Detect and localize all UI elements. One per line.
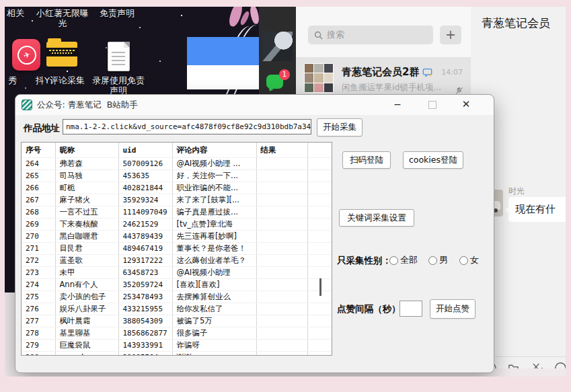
window-titlebar[interactable]: 公众号: 青葱笔记 B站助手 − ✕ <box>15 95 494 115</box>
table-cell: 269 <box>22 219 55 231</box>
table-cell <box>256 279 307 291</box>
table-cell <box>256 219 307 231</box>
table-cell: 先三连再看[妙啊] <box>172 231 256 243</box>
table-cell <box>256 194 307 206</box>
radio-icon[interactable] <box>459 256 468 265</box>
table-cell: 目艮君 <box>55 243 118 255</box>
table-row[interactable]: 277枫叶晨霜388054309被骗了5万 <box>22 315 332 327</box>
table-cell: 279 <box>22 340 55 352</box>
table-cell: 433215955 <box>118 303 172 315</box>
table-cell <box>307 315 332 327</box>
table-cell: 129317222 <box>118 255 172 267</box>
table-row[interactable]: 274Ann有个人352059724[喜欢][喜欢] <box>22 279 332 291</box>
table-row[interactable]: 276娱乐八卦果子433215955给你发私信了 <box>22 303 332 315</box>
folder-banner <box>46 48 77 56</box>
table-row[interactable]: 280qqrock29085504谢谢 <box>22 352 332 356</box>
video-call-thumbnail[interactable] <box>262 32 293 61</box>
table-cell <box>256 340 307 352</box>
table-cell: 278 <box>22 327 55 340</box>
gender-option-all[interactable]: 全部 <box>389 254 418 266</box>
desktop-icon-label-xiaohongshu[interactable]: 小红薯无限曝光 <box>35 8 90 28</box>
send-file-folder-icon[interactable] <box>507 362 520 368</box>
desktop-icon-label-mianze[interactable]: 免责声明 <box>100 8 135 18</box>
table-cell <box>256 206 307 219</box>
search-icon <box>314 31 323 40</box>
table-scrollbar-thumb[interactable] <box>319 278 321 296</box>
gender-filter-label: 只采集性别： <box>337 255 391 267</box>
desktop-icon-label-luping[interactable]: 录屏使用免责 声明 <box>91 75 146 95</box>
table-cell: 给你发私信了 <box>172 303 256 315</box>
table-row[interactable]: 265司马独453635好，关注你一下... <box>22 170 332 182</box>
table-cell: 下来奏核酸 <box>55 219 118 231</box>
table-row[interactable]: 273未甲63458723@AI视频小助理 <box>22 267 332 279</box>
desktop-icon-label-xiu[interactable]: 秀 <box>5 75 26 85</box>
table-row[interactable]: 269下来奏核酸24621529[tv_点赞]章北海 <box>22 219 332 231</box>
table-row[interactable]: 268一言不过五1114097049骗子真是雁过拔... <box>22 206 332 219</box>
table-cell: @AI视频小助理 ... <box>172 158 256 170</box>
chat-timestamp: 14:07 <box>441 68 463 77</box>
message-sender-name: 时光 <box>508 186 525 197</box>
radio-icon[interactable] <box>428 256 437 265</box>
like-interval-input[interactable] <box>399 301 422 317</box>
keyword-settings-button[interactable]: 关键词采集设置 <box>339 209 414 227</box>
table-cell: 1856862877 <box>118 327 172 340</box>
column-header: 昵称 <box>55 143 118 158</box>
table-row[interactable]: 270黑白咖喱君443789439先三连再看[妙啊] <box>22 231 332 243</box>
minimize-button[interactable]: − <box>385 96 410 113</box>
table-cell: 274 <box>22 279 55 291</box>
table-cell <box>307 182 332 194</box>
table-cell: 董事长？是你老爸！ <box>172 243 256 255</box>
table-row[interactable]: 267麻子猪火35929324来了来了[鼓掌][... <box>22 194 332 206</box>
search-input[interactable]: 搜索 <box>308 26 433 44</box>
table-row[interactable]: 278基里聊基1856862877很多骗子 <box>22 327 332 340</box>
chat-history-icon[interactable] <box>554 362 566 368</box>
table-cell <box>256 267 307 279</box>
maximize-button[interactable] <box>420 96 445 113</box>
red-app-icon[interactable]: ✈ <box>12 39 40 71</box>
column-header <box>307 143 332 158</box>
start-like-button[interactable]: 开始点赞 <box>430 299 475 319</box>
table-cell: 270 <box>22 231 55 243</box>
desktop-icon-label-douy[interactable]: 抖Y评论采集 <box>32 75 89 85</box>
table-cell: [喜欢][喜欢] <box>172 279 256 291</box>
unread-count-badge: 1 <box>279 69 290 80</box>
comments-table[interactable]: 序号昵称uid评论内容结果 264弗若森507009126@AI视频小助理 ..… <box>21 142 332 356</box>
table-cell: 253478493 <box>118 291 172 303</box>
table-row[interactable]: 272蓝圣歌129317222这么薅创业者羊毛？ <box>22 255 332 267</box>
table-cell: 司马独 <box>55 170 118 182</box>
add-chat-button[interactable]: + <box>440 26 461 44</box>
table-row[interactable]: 266町栀402821844职业诈骗的不能... <box>22 182 332 194</box>
close-button[interactable]: ✕ <box>454 96 478 113</box>
ongoing-call-icon <box>422 67 432 80</box>
table-cell: 280 <box>22 352 55 356</box>
table-cell <box>307 303 332 315</box>
chat-messages-icon[interactable]: 1 <box>266 75 283 89</box>
screenshot-scissors-icon[interactable] <box>530 362 544 368</box>
table-cell: 443789439 <box>118 231 172 243</box>
radio-icon[interactable] <box>389 256 398 265</box>
window-title: 公众号: 青葱笔记 B站助手 <box>37 100 138 111</box>
table-cell <box>256 315 307 327</box>
table-cell: 63458723 <box>118 267 172 279</box>
table-cell <box>307 352 332 356</box>
table-cell: 388054309 <box>118 315 172 327</box>
cookies-login-button[interactable]: cookies登陆 <box>403 151 463 169</box>
douy-comment-folder-icon[interactable] <box>46 42 77 67</box>
scan-login-button[interactable]: 扫码登陆 <box>342 151 391 169</box>
start-collect-button[interactable]: 开始采集 <box>317 118 363 136</box>
table-row[interactable]: 279巨魔袋鼠143933991诈骗呀 <box>22 340 332 352</box>
table-row[interactable]: 271目艮君489467419董事长？是你老爸！ <box>22 243 332 255</box>
gender-option-male[interactable]: 男 <box>428 254 448 266</box>
document-icon[interactable] <box>108 42 130 71</box>
gender-option-female[interactable]: 女 <box>459 254 479 266</box>
table-cell: 诈骗呀 <box>172 340 256 352</box>
chat-list-item[interactable]: 青葱笔记会员2群 14:07 闲鱼搬运苹果id锁手机项... <box>296 57 471 99</box>
table-cell: 352059724 <box>118 279 172 291</box>
chat-group-name: 青葱笔记会员2群 <box>342 66 432 80</box>
desktop-icon-label-xiangguan[interactable]: 相关 <box>7 8 24 18</box>
url-input[interactable]: nma.1-2-2.click&vd_source=afc4878f09cf8e… <box>63 119 311 134</box>
table-row[interactable]: 275卖小孩的包子253478493去摆摊算创业么 <box>22 291 332 303</box>
stars-decoration <box>5 7 6 8</box>
table-row[interactable]: 264弗若森507009126@AI视频小助理 ... <box>22 158 332 170</box>
table-cell <box>256 231 307 243</box>
